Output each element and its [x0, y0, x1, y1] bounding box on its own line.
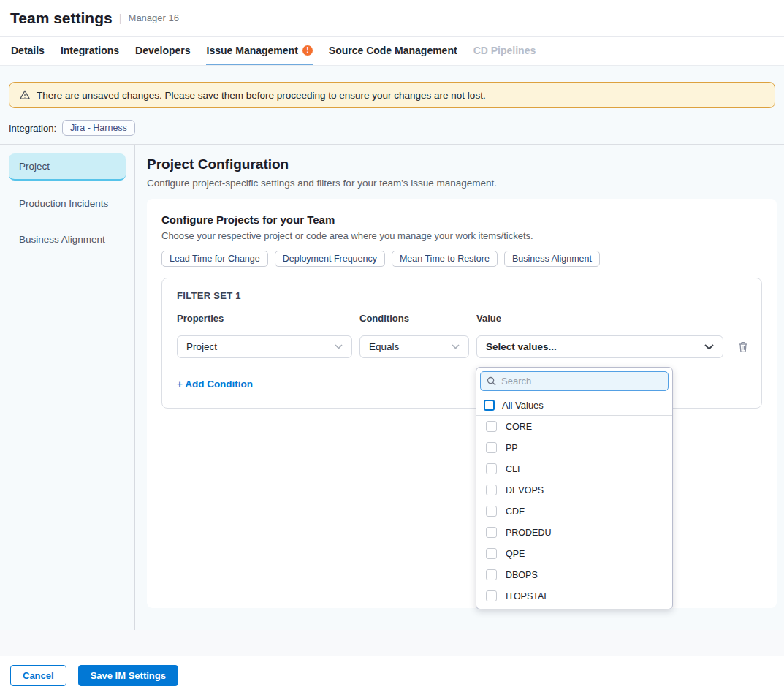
integration-chip[interactable]: Jira - Harness	[62, 120, 135, 136]
checkbox[interactable]	[486, 506, 497, 517]
save-im-settings-button[interactable]: Save IM Settings	[78, 665, 178, 686]
checkbox[interactable]	[486, 421, 497, 432]
checkbox[interactable]	[486, 442, 497, 453]
option-devops[interactable]: DEVOPS	[476, 479, 672, 501]
integration-label: Integration:	[9, 123, 56, 134]
issue-management-panel: There are unsaved changes. Please save t…	[0, 66, 784, 630]
footer-actions: Cancel Save IM Settings	[0, 656, 784, 695]
tag-mean-time-to-restore: Mean Time to Restore	[392, 251, 498, 267]
card-title: Configure Projects for your Team	[161, 213, 762, 226]
properties-select[interactable]: Project	[177, 335, 352, 358]
page-title: Team settings	[10, 10, 113, 27]
filter-set-1: FILTER SET 1 Properties Conditions Value…	[161, 278, 762, 409]
option-dbops[interactable]: DBOPS	[476, 564, 672, 585]
value-select[interactable]: Select values...	[476, 335, 723, 358]
tag-deployment-frequency: Deployment Frequency	[275, 251, 385, 267]
card-description: Choose your respective project or code a…	[161, 230, 762, 241]
project-configuration-section: Project Configuration Configure project-…	[135, 145, 784, 630]
option-prodedu[interactable]: PRODEDU	[476, 522, 672, 543]
column-label-value: Value	[476, 313, 723, 324]
column-label-conditions: Conditions	[359, 313, 469, 324]
checkbox[interactable]	[486, 463, 497, 474]
sidebar-item-business-alignment[interactable]: Business Alignment	[9, 227, 126, 252]
team-name: Manager 16	[129, 12, 179, 23]
chevron-down-icon	[704, 344, 714, 350]
option-cli[interactable]: CLI	[476, 458, 672, 479]
search-icon	[487, 376, 496, 386]
checkbox[interactable]	[486, 590, 497, 601]
integration-row: Integration: Jira - Harness	[9, 118, 775, 137]
sidebar-item-production-incidents[interactable]: Production Incidents	[9, 191, 126, 216]
value-options-dropdown: All Values CORE PP CLI DEVOPS CDE PRODED…	[476, 367, 673, 609]
dropdown-search-input[interactable]	[501, 376, 662, 387]
settings-tabbar: Details Integrations Developers Issue Ma…	[0, 37, 784, 66]
tab-cd-pipelines: CD Pipelines	[473, 37, 537, 65]
banner-text: There are unsaved changes. Please save t…	[37, 90, 486, 101]
metric-tags: Lead Time for Change Deployment Frequenc…	[161, 251, 762, 267]
configure-projects-card: Configure Projects for your Team Choose …	[147, 199, 777, 608]
option-core[interactable]: CORE	[476, 416, 672, 437]
sidebar-item-project[interactable]: Project	[9, 153, 126, 181]
tab-source-code-management[interactable]: Source Code Management	[328, 37, 458, 65]
chevron-down-icon	[335, 344, 343, 349]
unsaved-changes-badge-icon: !	[302, 45, 313, 56]
conditions-select[interactable]: Equals	[359, 335, 469, 358]
delete-filter-row-icon[interactable]	[737, 341, 750, 354]
warning-icon	[19, 89, 31, 101]
add-condition-button[interactable]: + Add Condition	[177, 379, 253, 390]
tab-developers[interactable]: Developers	[134, 37, 191, 65]
cancel-button[interactable]: Cancel	[10, 665, 66, 686]
section-title: Project Configuration	[147, 156, 777, 172]
page-header: Team settings | Manager 16	[0, 0, 784, 37]
title-separator: |	[119, 12, 122, 24]
option-all-values[interactable]: All Values	[476, 395, 672, 416]
unsaved-changes-banner: There are unsaved changes. Please save t…	[9, 82, 775, 108]
dropdown-search	[480, 371, 669, 391]
all-values-checkbox[interactable]	[484, 400, 495, 411]
column-label-properties: Properties	[177, 313, 352, 324]
option-pp[interactable]: PP	[476, 437, 672, 458]
option-qpe[interactable]: QPE	[476, 543, 672, 564]
tag-business-alignment: Business Alignment	[504, 251, 600, 267]
filter-set-title: FILTER SET 1	[177, 290, 747, 301]
checkbox[interactable]	[486, 548, 497, 559]
tab-details[interactable]: Details	[10, 37, 45, 65]
tag-lead-time-for-change: Lead Time for Change	[161, 251, 268, 267]
tab-issue-management[interactable]: Issue Management !	[206, 37, 313, 65]
checkbox[interactable]	[486, 569, 497, 580]
settings-sidebar: Project Production Incidents Business Al…	[0, 145, 135, 630]
tab-integrations[interactable]: Integrations	[60, 37, 120, 65]
option-itopstai[interactable]: ITOPSTAI	[476, 585, 672, 607]
option-pipe[interactable]: PIPE	[476, 607, 672, 609]
chevron-down-icon	[452, 344, 460, 349]
checkbox[interactable]	[486, 527, 497, 538]
option-cde[interactable]: CDE	[476, 501, 672, 522]
section-description: Configure project-specific settings and …	[147, 178, 777, 189]
footer-spacer	[0, 630, 784, 656]
checkbox[interactable]	[486, 485, 497, 495]
